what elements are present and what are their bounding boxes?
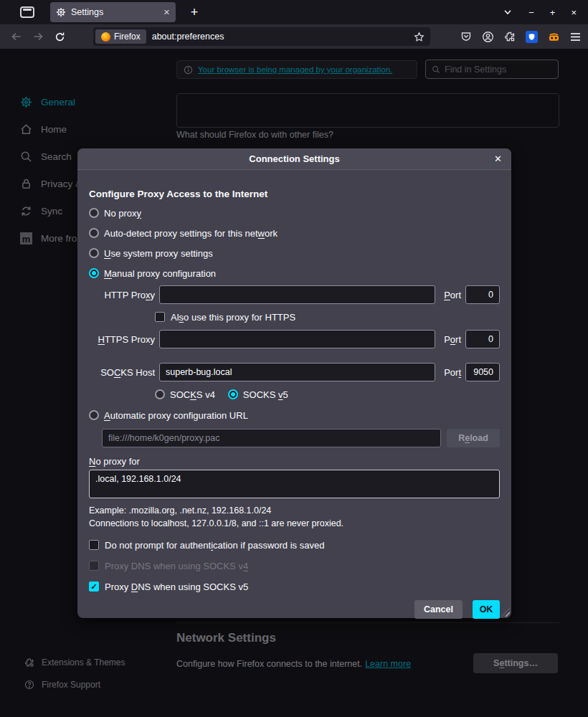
radio-system-proxy[interactable]: Use system proxy settings [89,247,500,260]
http-port-input[interactable] [465,285,500,304]
checkbox-icon[interactable] [89,540,99,550]
proxy-heading: Configure Proxy Access to the Internet [89,189,500,199]
example-hint: Example: .mozilla.org, .net.nz, 192.168.… [89,504,500,517]
pac-url-input[interactable] [102,429,441,447]
radio-icon[interactable] [89,248,99,258]
window-titlebar: Settings ✕ + − + × [0,0,588,24]
radio-pac-url[interactable]: Automatic proxy configuration URL [89,409,500,422]
http-proxy-row: HTTP Proxy Port [89,285,500,304]
pac-url-row: Reload [102,429,500,447]
auth-checkbox-row[interactable]: Do not prompt for authentication if pass… [89,538,500,551]
checkbox-icon-checked[interactable] [89,581,99,592]
radio-icon[interactable] [155,389,165,399]
forward-arrow-icon [32,31,44,42]
account-icon[interactable] [482,31,494,43]
radio-auto-detect[interactable]: Auto-detect proxy settings for this netw… [89,227,500,239]
dialog-header: Connection Settings ✕ [77,148,511,170]
http-proxy-input[interactable] [159,285,435,304]
url-text: about:preferences [152,32,224,42]
bitwarden-icon[interactable] [526,31,538,43]
pocket-icon[interactable] [460,31,472,42]
checkbox-icon[interactable] [155,312,165,322]
minimize-button[interactable]: − [528,7,534,18]
radio-icon[interactable] [89,228,99,238]
radio-no-proxy[interactable]: No proxy [89,206,500,219]
socks-host-input[interactable] [159,363,435,381]
nav-toolbar: Firefox about:preferences [0,24,588,49]
dns-socks4-checkbox-row: Proxy DNS when using SOCKS v4 [89,559,500,572]
never-proxied-hint: Connections to localhost, 127.0.0.1/8, a… [89,517,500,530]
socks-version-row: SOCKS v4 SOCKS v5 [155,388,500,401]
ok-button[interactable]: OK [473,600,500,619]
forward-button[interactable] [29,27,47,46]
back-arrow-icon [11,31,22,42]
https-port-input[interactable] [465,330,500,348]
no-proxy-for-textarea[interactable]: .local, 192.168.1.0/24 [89,470,500,498]
radio-socks-v5[interactable]: SOCKS v5 [228,389,288,400]
dns-socks5-checkbox-row[interactable]: Proxy DNS when using SOCKS v5 [89,580,500,593]
back-button[interactable] [7,27,26,46]
https-proxy-input[interactable] [159,330,435,348]
maximize-button[interactable]: + [550,7,556,18]
radio-socks-v4[interactable]: SOCKS v4 [155,389,215,400]
dialog-title: Connection Settings [249,153,339,164]
reload-icon [54,32,65,42]
tab-list-chevron-icon[interactable] [503,7,513,17]
socks-host-row: SOCKS Host Port [89,363,500,381]
gear-icon [56,7,66,17]
cancel-button[interactable]: Cancel [414,600,463,619]
radio-icon[interactable] [89,208,99,218]
site-identity-chip[interactable]: Firefox [95,29,146,44]
site-identity-label: Firefox [114,32,141,42]
tab-settings[interactable]: Settings ✕ [50,2,176,22]
radio-icon[interactable] [89,410,99,420]
tab-title: Settings [71,7,103,17]
tab-close-icon[interactable]: ✕ [163,8,170,17]
orange-extension-icon[interactable] [548,31,560,43]
new-tab-button[interactable]: + [185,2,204,22]
firefox-logo-icon [101,32,110,42]
no-proxy-for-label: No proxy for [89,456,500,467]
menu-hamburger-icon[interactable] [570,32,581,42]
socks-port-input[interactable] [465,363,500,381]
window-close-button[interactable]: × [571,7,577,18]
reload-button[interactable]: Reload [447,429,500,447]
radio-icon-selected[interactable] [89,268,99,278]
https-proxy-row: HTTPS Proxy Port [89,330,500,348]
bookmark-star-icon[interactable] [414,32,425,42]
reload-button[interactable] [50,27,69,46]
connection-settings-dialog: Connection Settings ✕ Configure Proxy Ac… [77,148,511,618]
extensions-icon[interactable] [504,31,516,42]
checkbox-icon-disabled [89,561,99,571]
radio-icon-selected[interactable] [228,389,238,399]
firefox-view-icon[interactable] [20,6,34,18]
dialog-close-icon[interactable]: ✕ [494,153,502,164]
url-bar[interactable]: Firefox about:preferences [93,27,430,46]
radio-manual-proxy[interactable]: Manual proxy configuration [89,267,500,280]
also-https-checkbox-row[interactable]: Also use this proxy for HTTPS [155,310,500,323]
